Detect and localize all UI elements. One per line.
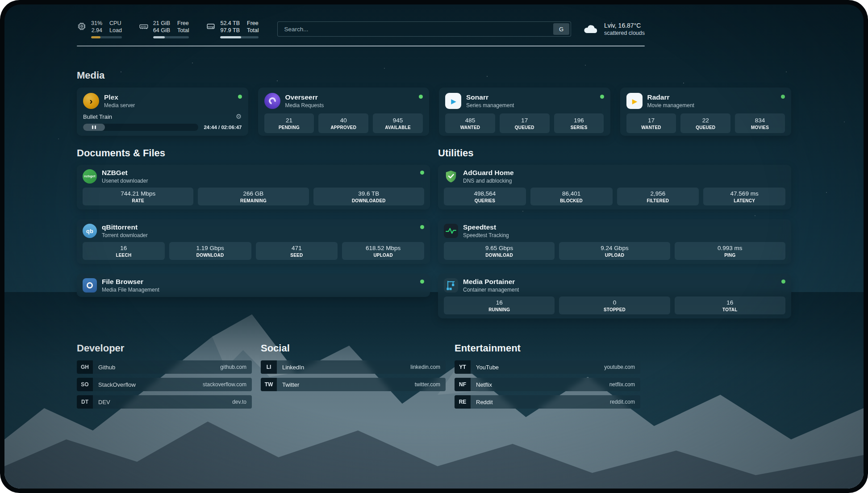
bookmark-twitter[interactable]: TW Twitter twitter.com (261, 378, 446, 391)
ram-free-value: 21 GiB (153, 20, 170, 27)
speedtest-stat-ping: 0.993 ms PING (675, 242, 785, 260)
gear-icon[interactable]: ⚙ (236, 113, 242, 121)
app-card-qbittorrent[interactable]: qb qBittorrent Torrent downloader (77, 219, 430, 264)
app-card-speedtest[interactable]: Speedtest Speedtest Tracking 9.65 Gbps D… (438, 219, 791, 264)
disk-total-label: Total (247, 27, 259, 34)
overseerr-stat-available: 945 AVAILABLE (373, 113, 423, 133)
app-name: AdGuard Home (463, 169, 514, 177)
section-title-documents: Documents & Files (77, 147, 430, 159)
overseerr-stat-approved: 40 APPROVED (318, 113, 368, 133)
portainer-stat-running: 16 RUNNING (444, 297, 555, 314)
playback-row: 24:44 / 02:06:47 (83, 124, 242, 131)
bookmark-group-developer: Developer GH Github github.com SO StackO… (77, 343, 252, 413)
bookmark-url: linkedin.com (410, 364, 440, 370)
bookmark-tag: TW (261, 378, 277, 391)
bookmark-netflix[interactable]: NF Netflix netflix.com (455, 378, 640, 391)
qbittorrent-stat-leech: 16 LEECH (83, 242, 165, 260)
app-subtitle: Usenet downloader (102, 178, 148, 184)
search-input[interactable] (278, 22, 552, 36)
bookmark-linkedin[interactable]: LI LinkedIn linkedin.com (261, 360, 446, 374)
search-engine-button[interactable]: G (553, 23, 569, 35)
cpu-load-value: 2.94 (92, 27, 102, 34)
section-title-media: Media (77, 70, 791, 81)
nzbget-stat-remaining: 266 GB REMAINING (198, 188, 309, 205)
app-subtitle: Media Requests (285, 102, 324, 109)
bookmark-stackoverflow[interactable]: SO StackOverflow stackoverflow.com (77, 378, 252, 391)
bookmark-tag: GH (77, 360, 93, 374)
disk-usage-bar (220, 36, 259, 38)
bookmark-url: netflix.com (609, 381, 635, 388)
status-dot (781, 280, 785, 284)
disk-stats: 52.4 TB 97.9 TB Free Total (206, 20, 259, 38)
topbar-divider (77, 46, 645, 46)
playback-progress-bar[interactable] (83, 124, 198, 131)
now-playing-title: Bullet Train (83, 113, 112, 120)
app-name: qBittorrent (102, 223, 148, 231)
app-name: Radarr (647, 93, 694, 101)
app-card-sonarr[interactable]: ▶ Sonarr Series management 485 WANTED (439, 88, 610, 136)
adguard-stat-queries: 498,564 QUERIES (444, 188, 526, 205)
radarr-stat-queued: 22 QUEUED (680, 113, 730, 133)
status-dot (420, 225, 424, 229)
bookmark-dev-to[interactable]: DT DEV dev.to (77, 395, 252, 409)
app-subtitle: Series management (466, 102, 514, 109)
status-dot (419, 95, 423, 99)
cpu-percent: 31% (91, 20, 102, 27)
app-card-overseerr[interactable]: Overseerr Media Requests 21 PENDING 40 A… (258, 88, 430, 136)
bookmark-tag: LI (261, 360, 277, 374)
app-card-filebrowser[interactable]: File Browser Media File Management (77, 274, 430, 297)
app-card-plex[interactable]: › Plex Media server Bullet Train ⚙ (77, 88, 248, 136)
window-frame: 31% 2.94 CPU Load (0, 0, 868, 493)
bookmark-youtube[interactable]: YT YouTube youtube.com (455, 360, 640, 374)
bookmark-url: reddit.com (610, 399, 635, 405)
disk-total-value: 97.9 TB (220, 27, 240, 34)
app-subtitle: Container management (463, 287, 519, 293)
portainer-stat-stopped: 0 STOPPED (559, 297, 670, 314)
bookmark-tag: RE (455, 395, 471, 409)
nzbget-stat-downloaded: 39.6 TB DOWNLOADED (313, 188, 424, 205)
cpu-usage-bar (91, 36, 122, 38)
nzbget-stat-rate: 744.21 Mbps RATE (83, 188, 193, 205)
bookmark-tag: NF (455, 378, 471, 391)
bookmark-name: Twitter (282, 381, 299, 388)
bookmark-github[interactable]: GH Github github.com (77, 360, 252, 374)
adguard-stat-latency: 47.569 ms LATENCY (703, 188, 785, 205)
bookmarks-section: Developer GH Github github.com SO StackO… (77, 343, 791, 413)
overseerr-icon (264, 93, 280, 109)
speedtest-icon (444, 224, 458, 238)
weather-condition: scattered clouds (604, 30, 645, 36)
plex-icon: › (83, 93, 99, 109)
bookmark-reddit[interactable]: RE Reddit reddit.com (455, 395, 640, 409)
portainer-stat-total: 16 TOTAL (675, 297, 785, 314)
app-name: Media Portainer (463, 278, 519, 286)
app-subtitle: DNS and adblocking (463, 178, 514, 184)
app-card-portainer[interactable]: Media Portainer Container management 16 … (438, 274, 791, 318)
portainer-icon (444, 278, 458, 292)
ram-icon (139, 21, 149, 31)
ram-stats: 21 GiB 64 GiB Free Total (139, 20, 189, 38)
app-name: Sonarr (466, 93, 514, 101)
documents-column: Documents & Files nzbget NZBGet Usenet d… (77, 147, 430, 318)
sonarr-icon: ▶ (445, 93, 461, 109)
bookmark-group-entertainment: Entertainment YT YouTube youtube.com NF … (455, 343, 640, 413)
overseerr-stat-pending: 21 PENDING (264, 113, 314, 133)
cpu-stats: 31% 2.94 CPU Load (77, 20, 122, 38)
app-subtitle: Speedtest Tracking (463, 232, 509, 238)
dashboard-background: 31% 2.94 CPU Load (4, 4, 864, 489)
ram-usage-bar (153, 36, 189, 38)
bookmark-name: Github (98, 364, 115, 371)
pause-icon[interactable] (92, 125, 97, 129)
bookmark-name: StackOverflow (98, 381, 136, 388)
app-card-nzbget[interactable]: nzbget NZBGet Usenet downloader (77, 165, 430, 209)
ram-total-value: 64 GiB (153, 27, 170, 34)
adguard-icon (444, 169, 458, 184)
weather-widget[interactable]: Lviv, 16.87°C scattered clouds (583, 22, 645, 36)
app-card-adguard[interactable]: AdGuard Home DNS and adblocking 498,564 … (438, 165, 791, 209)
sonarr-stat-wanted: 485 WANTED (445, 113, 495, 133)
section-title-entertainment: Entertainment (455, 343, 640, 354)
top-bar: 31% 2.94 CPU Load (77, 19, 645, 39)
app-card-radarr[interactable]: ▶ Radarr Movie management 17 WANTED (620, 88, 792, 136)
speedtest-stat-upload: 9.24 Gbps UPLOAD (559, 242, 670, 260)
search-bar: G (277, 21, 571, 37)
bookmark-name: DEV (98, 399, 110, 405)
